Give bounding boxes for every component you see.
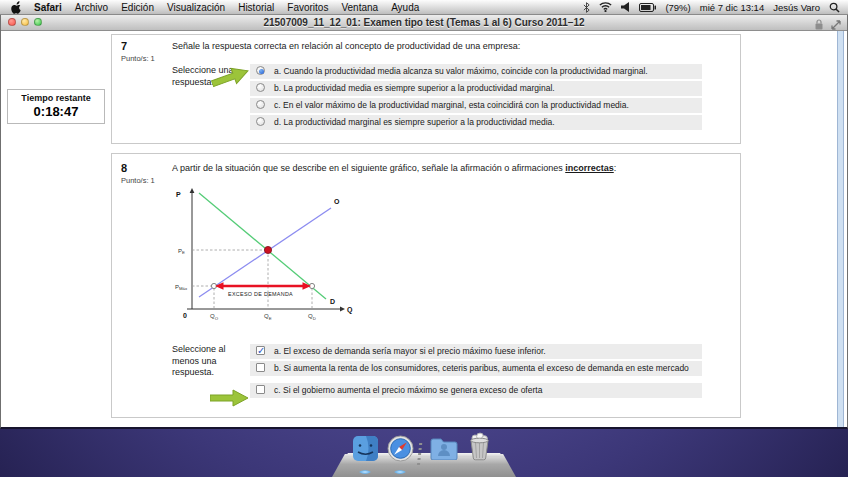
radio-option-d[interactable] (256, 117, 265, 126)
supply-label: O (334, 198, 340, 205)
option-row-c[interactable]: c. Si el gobierno aumenta el precio máxi… (250, 383, 702, 398)
menu-historial[interactable]: Historial (238, 2, 274, 13)
safari-running-indicator (394, 470, 406, 474)
option-label: c. Si el gobierno aumenta el precio máxi… (274, 385, 542, 395)
price-equilibrium-label: PE (178, 248, 185, 256)
bluetooth-icon[interactable] (583, 2, 590, 13)
option-label: a. Cuando la productividad media alcanza… (274, 66, 648, 76)
battery-icon[interactable] (639, 3, 656, 12)
option-row-c[interactable]: c. En el valor máximo de la productivida… (250, 98, 702, 113)
menu-bar: Safari Archivo Edición Visualización His… (0, 0, 848, 15)
x-axis-label: Q (347, 306, 353, 314)
quiz-timer: Tiempo restante 0:18:47 (7, 89, 105, 124)
question-8-options: a. El exceso de demanda sería mayor si e… (250, 344, 702, 400)
qty-demanded-label: QD (308, 313, 316, 321)
equilibrium-point (264, 246, 271, 253)
safari-window: 21507009_11_12_01: Examen tipo test (Tem… (0, 14, 848, 429)
question-7: 7 Punto/s: 1 Señale la respuesta correct… (111, 34, 741, 144)
volume-icon[interactable] (621, 2, 630, 12)
origin-label: 0 (183, 312, 187, 319)
checkbox-option-c[interactable] (256, 385, 265, 394)
option-row-b[interactable]: b. La productividad media es siempre sup… (250, 81, 702, 96)
menu-edicion[interactable]: Edición (121, 2, 154, 13)
finder-running-indicator (359, 470, 371, 474)
menu-clock[interactable]: mié 7 dic 13:14 (700, 2, 764, 13)
zoom-window-button[interactable] (34, 18, 42, 26)
question-text: Señale la respuesta correcta en relación… (172, 41, 727, 52)
timer-label: Tiempo restante (10, 93, 102, 103)
option-label: b. La productividad media es siempre sup… (274, 83, 555, 93)
folder-dock-icon[interactable] (430, 437, 458, 464)
checkbox-option-a[interactable] (256, 346, 265, 355)
price-max-label: PMáx (175, 284, 188, 292)
question-7-options: a. Cuando la productividad media alcanza… (250, 64, 702, 132)
window-title-bar[interactable]: 21507009_11_12_01: Examen tipo test (Tem… (1, 14, 847, 31)
vertical-scrollbar[interactable] (837, 31, 844, 427)
menu-visualizacion[interactable]: Visualización (167, 2, 225, 13)
emphasized-word: incorrectas (565, 163, 614, 173)
answer-pointer-arrow-q8 (210, 387, 250, 409)
question-text: A partir de la situación que se describe… (172, 163, 727, 174)
trash-dock-icon[interactable] (467, 432, 492, 465)
question-number: 8 (121, 162, 127, 174)
radio-option-b[interactable] (256, 83, 265, 92)
radio-option-c[interactable] (256, 100, 265, 109)
option-row-b[interactable]: b. Si aumenta la renta de los consumidor… (250, 361, 702, 376)
checkbox-option-b[interactable] (256, 363, 265, 372)
page-content: Tiempo restante 0:18:47 7 Punto/s: 1 Señ… (1, 31, 847, 427)
option-label: d. La productividad marginal es siempre … (274, 117, 555, 127)
wifi-icon[interactable] (599, 2, 612, 12)
finder-dock-icon[interactable] (352, 435, 379, 466)
option-row-a[interactable]: a. Cuando la productividad media alcanza… (250, 64, 702, 79)
minimize-window-button[interactable] (21, 18, 29, 26)
radio-option-a[interactable] (256, 66, 265, 75)
option-label: b. Si aumenta la renta de los consumidor… (274, 363, 689, 373)
demand-label: D (330, 298, 335, 305)
question-prompt: Seleccione al menos una respuesta. (172, 344, 248, 379)
demand-line (199, 193, 326, 299)
menu-ayuda[interactable]: Ayuda (391, 2, 419, 13)
option-row-a[interactable]: a. El exceso de demanda sería mayor si e… (250, 344, 702, 359)
safari-dock-icon[interactable] (387, 435, 414, 466)
option-row-d[interactable]: d. La productividad marginal es siempre … (250, 115, 702, 130)
apple-menu-icon[interactable] (10, 1, 21, 14)
question-number: 7 (121, 40, 127, 52)
qty-supplied-label: QO (210, 313, 219, 321)
spotlight-icon[interactable] (829, 2, 840, 13)
question-points: Punto/s: 1 (121, 54, 155, 63)
menu-archivo[interactable]: Archivo (75, 2, 108, 13)
user-menu[interactable]: Jesús Varo (773, 2, 820, 13)
qty-equilibrium-label: QE (264, 313, 272, 321)
supply-demand-chart: P Q 0 O D PE PMáx QO QE QD EXCESO DE DEM… (174, 187, 359, 324)
option-label: a. El exceso de demanda sería mayor si e… (274, 346, 546, 356)
window-title: 21507009_11_12_01: Examen tipo test (Tem… (263, 17, 584, 28)
option-label: c. En el valor máximo de la productivida… (274, 100, 629, 110)
dock (332, 431, 516, 477)
y-axis-label: P (176, 191, 181, 198)
menu-app-name[interactable]: Safari (34, 2, 62, 13)
menu-ventana[interactable]: Ventana (341, 2, 378, 13)
timer-value: 0:18:47 (10, 104, 102, 119)
battery-percent: (79%) (665, 2, 690, 13)
menu-favoritos[interactable]: Favoritos (287, 2, 328, 13)
question-8: 8 Punto/s: 1 A partir de la situación qu… (111, 153, 741, 418)
question-points: Punto/s: 1 (121, 176, 155, 185)
excess-demand-annotation: EXCESO DE DEMANDA (228, 291, 293, 297)
close-window-button[interactable] (8, 18, 16, 26)
